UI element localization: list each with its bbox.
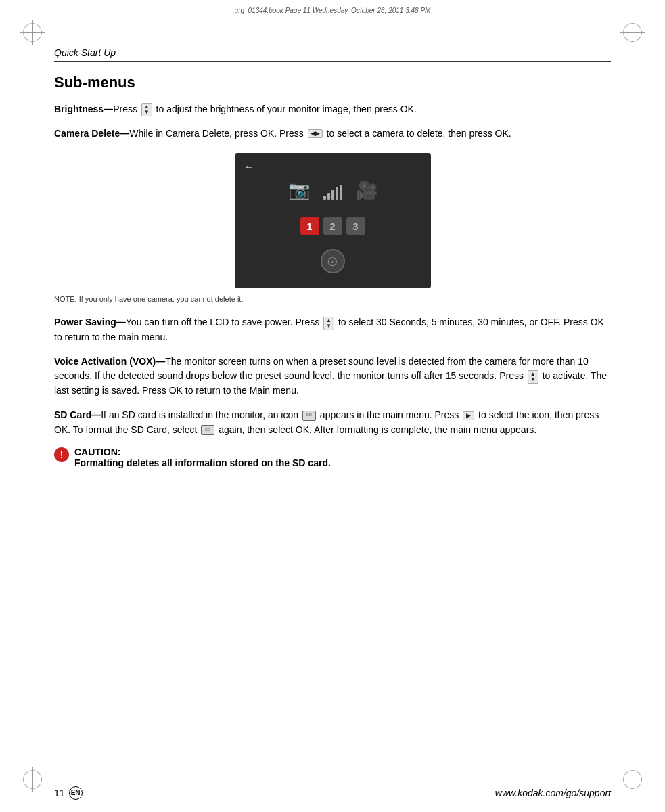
en-badge: EN [69, 786, 83, 800]
sd-icon-1 [302, 411, 316, 421]
round-camera-icon: ⊙ [321, 249, 345, 273]
leftright-icon-camera-delete: ◀▶ [308, 129, 323, 138]
section-title: Quick Start Up [54, 47, 116, 58]
sd-card-term: SD Card— [54, 409, 101, 420]
camera-delete-text1: While in Camera Delete, press OK. Press [129, 128, 306, 139]
brightness-text1: Press [113, 104, 140, 114]
crosshair-top-right [623, 23, 642, 42]
camera-icon: 📷 [288, 180, 310, 201]
caution-text: CAUTION: Formatting deletes all informat… [74, 447, 331, 468]
updown-icon-power: ▲▼ [323, 317, 334, 330]
signal-bar-2 [327, 193, 330, 200]
brightness-paragraph: Brightness—Press ▲▼ to adjust the bright… [54, 102, 611, 117]
section-header: Quick Start Up [54, 47, 611, 62]
main-heading: Sub-menus [54, 74, 611, 91]
number-box-2: 2 [323, 217, 342, 235]
sd-icon-2 [201, 425, 214, 435]
brightness-text2: to adjust the brightness of your monitor… [154, 104, 417, 114]
signal-bar-3 [331, 190, 334, 200]
camera-delete-text2: to select a camera to delete, then press… [324, 128, 511, 139]
power-saving-paragraph: Power Saving—You can turn off the LCD to… [54, 315, 611, 344]
main-content: Quick Start Up Sub-menus Brightness—Pres… [54, 47, 611, 771]
back-arrow-icon: ← [244, 161, 255, 173]
note-text: NOTE: If you only have one camera, you c… [54, 295, 611, 303]
number-box-1: 1 [300, 217, 319, 235]
power-saving-term: Power Saving— [54, 317, 126, 328]
monitor-icon: 🎥 [356, 180, 377, 201]
power-saving-text1: You can turn off the LCD to save power. … [126, 317, 322, 328]
crosshair-bottom-right [623, 770, 642, 789]
signal-bar-5 [340, 185, 342, 200]
updown-icon-brightness: ▲▼ [141, 103, 152, 116]
camera-delete-term: Camera Delete— [54, 128, 129, 139]
caution-icon: ! [54, 447, 69, 462]
footer-website: www.kodak.com/go/support [495, 788, 611, 798]
signal-icon [323, 182, 342, 200]
number-row: 1 2 3 [300, 217, 365, 235]
camera-delete-paragraph: Camera Delete—While in Camera Delete, pr… [54, 127, 611, 141]
vox-paragraph: Voice Activation (VOX)—The monitor scree… [54, 355, 611, 399]
sd-card-text1: If an SD card is installed in the monito… [101, 409, 301, 420]
top-metadata: urg_01344.book Page 11 Wednesday, Octobe… [54, 7, 611, 14]
vox-term: Voice Activation (VOX)— [54, 356, 165, 367]
sd-card-paragraph: SD Card—If an SD card is installed in th… [54, 408, 611, 437]
signal-bar-4 [336, 187, 338, 200]
crosshair-top-left [23, 23, 42, 42]
caution-body: Formatting deletes all information store… [74, 457, 331, 468]
footer: 11 EN www.kodak.com/go/support [54, 786, 611, 800]
right-arrow-icon-sd: ▶ [463, 411, 474, 420]
number-box-3: 3 [346, 217, 365, 235]
caution-box: ! CAUTION: Formatting deletes all inform… [54, 447, 611, 468]
page-number: 11 [54, 788, 65, 798]
brightness-term: Brightness— [54, 104, 113, 114]
sd-card-text4: again, then select OK. After formatting … [216, 424, 536, 435]
signal-bar-1 [323, 196, 326, 200]
crosshair-bottom-left [23, 770, 42, 789]
camera-icons-row: 📷 🎥 [288, 180, 377, 201]
sd-card-text2: appears in the main menu. Press [317, 409, 461, 420]
caution-label: CAUTION: [74, 447, 331, 457]
footer-left: 11 EN [54, 786, 83, 800]
updown-icon-vox: ▲▼ [528, 370, 538, 384]
camera-delete-image: ← 📷 🎥 1 2 3 ⊙ [235, 153, 431, 288]
